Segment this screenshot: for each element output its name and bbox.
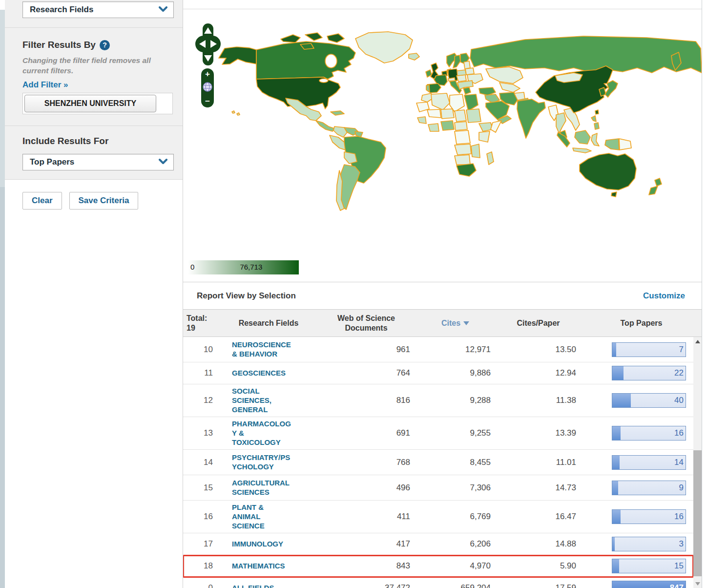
map-region-ghana-ivory bbox=[428, 124, 439, 131]
customize-link[interactable]: Customize bbox=[643, 291, 685, 301]
column-header-research-fields[interactable]: Research Fields bbox=[220, 318, 317, 328]
row-cites-per-paper-value: 5.90 bbox=[496, 561, 581, 571]
table-scrollbar[interactable] bbox=[693, 337, 702, 588]
research-field-link[interactable]: NEUROSCIENCE & BEHAVIOR bbox=[232, 340, 291, 358]
clear-button[interactable]: Clear bbox=[22, 192, 62, 210]
map-country-somalia bbox=[491, 121, 501, 132]
map-country-ethiopia bbox=[479, 123, 493, 131]
map-country-poland bbox=[457, 70, 466, 76]
row-cites-value: 9,255 bbox=[415, 428, 496, 438]
scrollbar-thumb[interactable] bbox=[693, 450, 702, 576]
zoom-out-button[interactable]: − bbox=[205, 98, 210, 105]
top-papers-bar: 3 bbox=[612, 537, 686, 551]
top-papers-dropdown-value: Top Papers bbox=[30, 157, 74, 167]
table-row: 0 ALL FIELDS 37,472 659,204 17.59 847 bbox=[183, 577, 693, 588]
top-papers-value: 15 bbox=[674, 561, 684, 571]
map-country-portugal bbox=[426, 85, 430, 92]
map-country-drc bbox=[455, 130, 470, 144]
sidebar-collapse-strip[interactable] bbox=[0, 10, 5, 187]
add-filter-link[interactable]: Add Filter » bbox=[22, 80, 68, 90]
row-docs-value: 768 bbox=[317, 458, 415, 467]
row-rank: 18 bbox=[183, 561, 220, 571]
active-filter-button[interactable]: SHENZHEN UNIVERSITY bbox=[24, 95, 156, 112]
column-header-wos-documents[interactable]: Web of Science Documents bbox=[317, 314, 415, 333]
map-country-nigeria bbox=[441, 121, 454, 130]
row-cites-value: 12,971 bbox=[415, 345, 496, 355]
filter-hint-text: Changing the filter field removes all cu… bbox=[22, 55, 178, 76]
research-field-link[interactable]: IMMUNOLOGY bbox=[232, 539, 283, 548]
table-row: 18 MATHEMATICS 843 4,970 5.90 15 bbox=[183, 555, 693, 577]
row-docs-value: 843 bbox=[317, 561, 415, 571]
column-header-cites[interactable]: Cites bbox=[415, 318, 496, 328]
row-rank: 13 bbox=[183, 428, 220, 438]
research-field-link[interactable]: PSYCHIATRY/PS YCHOLOGY bbox=[232, 453, 290, 471]
top-papers-bar-fill bbox=[612, 481, 618, 495]
top-papers-value: 22 bbox=[674, 368, 684, 378]
row-cites-per-paper-value: 11.01 bbox=[496, 458, 581, 467]
map-arctic-island bbox=[327, 34, 344, 42]
research-field-link[interactable]: GEOSCIENCES bbox=[232, 368, 286, 378]
table-row: 10 NEUROSCIENCE & BEHAVIOR 961 12,971 13… bbox=[183, 337, 693, 362]
active-filter-box: SHENZHEN UNIVERSITY bbox=[22, 93, 173, 114]
row-rank: 15 bbox=[183, 483, 220, 493]
map-region-central-asia bbox=[499, 83, 520, 92]
world-choropleth-map bbox=[183, 9, 702, 282]
save-criteria-button[interactable]: Save Criteria bbox=[69, 192, 139, 210]
map-country-japan bbox=[605, 81, 618, 97]
research-field-link[interactable]: SOCIAL SCIENCES, GENERAL bbox=[232, 386, 271, 414]
top-papers-bar-fill bbox=[612, 394, 631, 407]
table-row: 14 PSYCHIATRY/PS YCHOLOGY 768 8,455 11.0… bbox=[183, 450, 693, 475]
map-region-central-america bbox=[316, 121, 334, 131]
top-papers-value: 40 bbox=[674, 396, 684, 405]
scroll-down-button[interactable] bbox=[693, 579, 702, 588]
table-rows: 10 NEUROSCIENCE & BEHAVIOR 961 12,971 13… bbox=[183, 337, 693, 588]
globe-icon[interactable] bbox=[203, 82, 212, 94]
row-cites-per-paper-value: 13.50 bbox=[496, 345, 581, 355]
chevron-down-icon bbox=[159, 5, 167, 14]
map-country-india bbox=[517, 99, 545, 138]
zoom-in-button[interactable]: + bbox=[205, 70, 210, 78]
sidebar-collapse-strip-lower[interactable] bbox=[0, 187, 5, 588]
row-cites-value: 9,288 bbox=[415, 396, 496, 405]
table-row: 12 SOCIAL SCIENCES, GENERAL 816 9,288 11… bbox=[183, 384, 693, 417]
filter-section: Filter Results By ? Changing the filter … bbox=[5, 28, 183, 126]
research-field-link[interactable]: ALL FIELDS bbox=[232, 583, 274, 588]
page: Research Fields Filter Results By ? Chan… bbox=[0, 0, 707, 588]
map-region-namibia-botswana bbox=[455, 155, 470, 165]
table-body: 10 NEUROSCIENCE & BEHAVIOR 961 12,971 13… bbox=[183, 337, 702, 588]
row-docs-value: 764 bbox=[317, 368, 415, 378]
map-country-new-zealand-north bbox=[655, 178, 662, 186]
row-cites-value: 8,455 bbox=[415, 458, 496, 467]
scroll-up-button[interactable] bbox=[693, 337, 702, 346]
research-fields-dropdown[interactable]: Research Fields bbox=[22, 1, 174, 18]
research-field-link[interactable]: AGRICULTURAL SCIENCES bbox=[232, 478, 290, 497]
help-icon[interactable]: ? bbox=[100, 40, 110, 50]
row-cites-per-paper-value: 14.88 bbox=[496, 539, 581, 549]
map-pan-control[interactable] bbox=[195, 23, 221, 65]
research-field-link[interactable]: PHARMACOLOG Y & TOXICOLOGY bbox=[232, 419, 291, 447]
map-country-egypt bbox=[464, 94, 478, 111]
legend-max-value: 76,713 bbox=[240, 263, 262, 271]
world-map-countries[interactable] bbox=[219, 32, 702, 210]
column-header-cites-per-paper[interactable]: Cites/Paper bbox=[496, 318, 581, 328]
map-zoom-control[interactable]: + − bbox=[201, 68, 214, 107]
column-header-top-papers[interactable]: Top Papers bbox=[581, 318, 702, 328]
total-count: Total: 19 bbox=[183, 314, 220, 333]
map-arctic-island bbox=[281, 35, 300, 42]
map-region-mozambique bbox=[471, 144, 480, 158]
map-island-java bbox=[573, 148, 591, 153]
sort-desc-icon bbox=[463, 321, 469, 325]
map-country-chad bbox=[455, 110, 466, 122]
map-region-baltics bbox=[464, 61, 470, 69]
research-field-link[interactable]: MATHEMATICS bbox=[232, 561, 285, 570]
row-cites-value: 9,886 bbox=[415, 368, 496, 378]
legend-min-value: 0 bbox=[190, 263, 194, 271]
row-cites-per-paper-value: 17.59 bbox=[496, 583, 581, 588]
top-papers-bar: 9 bbox=[612, 481, 686, 495]
research-field-link[interactable]: PLANT & ANIMAL SCIENCE bbox=[232, 503, 265, 530]
chevron-down-icon bbox=[159, 158, 167, 167]
row-rank: 14 bbox=[183, 458, 220, 467]
table-row: 16 PLANT & ANIMAL SCIENCE 411 6,769 16.4… bbox=[183, 501, 693, 533]
map-region-cameroon-car bbox=[455, 122, 467, 130]
top-papers-dropdown[interactable]: Top Papers bbox=[22, 154, 174, 170]
